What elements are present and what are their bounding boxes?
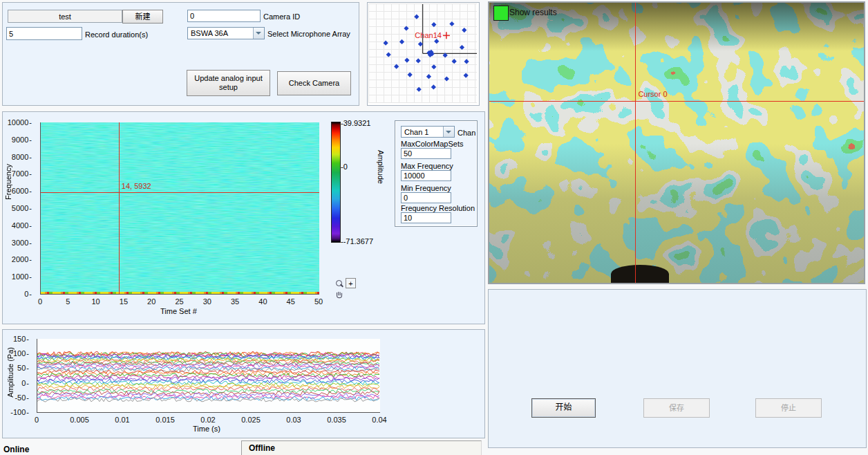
- spectrogram-cursor-vline[interactable]: [119, 122, 120, 294]
- offline-status-indicator: Offline: [241, 440, 482, 455]
- camera-id-input[interactable]: [187, 10, 261, 22]
- camera-cursor-vline[interactable]: [635, 3, 636, 283]
- colorbar-tick-max: -39.9321: [341, 119, 370, 127]
- camera-cursor-label: Cursor 0: [638, 90, 667, 98]
- colorbar-tick-zero: -0: [341, 162, 348, 171]
- mic-array-scatter[interactable]: Chan14: [368, 3, 477, 103]
- min-frequency-input[interactable]: [401, 192, 451, 203]
- camera-id-label: Camera ID: [263, 12, 300, 21]
- person-silhouette: [611, 265, 669, 283]
- waveform-panel: Amplitude (Pa) 150100500-50-100 00.0050.…: [2, 329, 485, 438]
- mic-array-value: BSWA 36A: [191, 29, 228, 37]
- spectrogram-plot[interactable]: 14, 5932: [40, 122, 319, 295]
- colorbar: [331, 122, 341, 243]
- spectrogram-x-ticks: 05101520253035404550: [40, 296, 319, 306]
- start-button[interactable]: 开始: [531, 398, 596, 418]
- colorbar-tick-min: --71.3677: [341, 237, 373, 245]
- crosshair-tool-icon[interactable]: +: [346, 278, 356, 288]
- channel-dropdown[interactable]: Chan 1: [401, 126, 455, 138]
- svg-text:Chan14: Chan14: [415, 31, 442, 39]
- min-frequency-label: Min Frequency: [401, 184, 451, 192]
- mic-array-plot-panel[interactable]: Chan14: [367, 2, 480, 106]
- spectrogram-zero-band: [41, 292, 319, 294]
- camera-view[interactable]: Cursor 0 Show results: [488, 1, 865, 284]
- colorbar-label: Amplitude: [377, 150, 385, 184]
- save-button[interactable]: 保存: [643, 398, 710, 418]
- check-camera-button[interactable]: Check Camera: [277, 71, 351, 95]
- waveform-plot[interactable]: [37, 339, 380, 413]
- spectrogram-cursor-hline[interactable]: [41, 192, 319, 193]
- maxcolormapsets-label: MaxColorMapSets: [401, 140, 463, 148]
- spectrogram-cursor-label: 14, 5932: [122, 182, 151, 190]
- spectrogram-controls: Chan 1 Chan MaxColorMapSets Max Frequenc…: [395, 120, 478, 227]
- show-results-checkbox[interactable]: [493, 6, 509, 21]
- chevron-down-icon[interactable]: [253, 28, 264, 39]
- spectrogram-x-axis-label: Time Set #: [160, 307, 197, 315]
- online-status-label: Online: [3, 445, 29, 454]
- show-results-label: Show results: [509, 8, 557, 17]
- max-frequency-input[interactable]: [401, 170, 451, 181]
- spectrogram-panel: Frequency 100009000800070006000500040003…: [2, 111, 485, 324]
- zoom-tool-icon[interactable]: [334, 279, 345, 289]
- config-panel: 新建 Record duration(s) Camera ID BSWA 36A…: [2, 2, 359, 106]
- frequency-resolution-label: Frequency Resolution: [401, 204, 475, 212]
- channel-label: Chan: [457, 129, 475, 137]
- record-duration-label: Record duration(s): [85, 30, 148, 39]
- update-analog-input-button[interactable]: Update analog input setup: [187, 70, 270, 96]
- camera-cursor-hline[interactable]: [489, 101, 864, 102]
- waveform-y-ticks: 150100500-50-100: [7, 339, 35, 412]
- new-project-button[interactable]: 新建: [122, 10, 163, 24]
- waveform-x-ticks: 00.0050.010.0150.020.0250.030.0350.04: [37, 414, 379, 424]
- chevron-down-icon[interactable]: [443, 127, 454, 137]
- frequency-resolution-input[interactable]: [401, 212, 451, 223]
- maxcolormapsets-input[interactable]: [401, 148, 451, 159]
- offline-status-label: Offline: [249, 443, 275, 453]
- pan-hand-icon[interactable]: [334, 290, 345, 300]
- app-window: { "config_panel": { "project_value": "te…: [0, 0, 868, 455]
- acoustic-colormap: [489, 3, 864, 283]
- spectrogram-y-ticks: 1000090008000700060005000400030002000100…: [3, 122, 37, 294]
- waveform-x-axis-label: Time (s): [193, 425, 220, 433]
- channel-value: Chan 1: [404, 128, 428, 136]
- mic-array-label: Select Microphone Array: [267, 30, 350, 38]
- stop-button[interactable]: 停止: [755, 398, 822, 418]
- run-control-panel: 开始 保存 停止: [488, 289, 867, 448]
- record-duration-input[interactable]: [6, 27, 82, 40]
- project-name-input[interactable]: [8, 10, 122, 23]
- mic-array-dropdown[interactable]: BSWA 36A: [187, 27, 265, 39]
- max-frequency-label: Max Frequency: [401, 162, 453, 170]
